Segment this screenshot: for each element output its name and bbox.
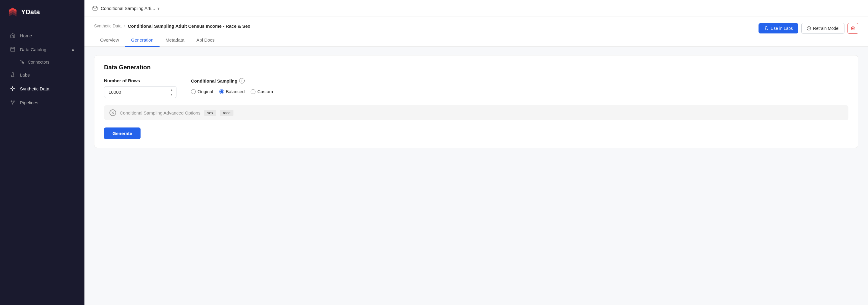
- data-catalog-icon: [10, 46, 16, 53]
- sidebar-item-labs[interactable]: Labs: [2, 68, 82, 81]
- header-actions: Use in Labs Retrain Model: [758, 23, 858, 34]
- page-content: Data Generation Number of Rows ▲ ▼: [85, 47, 868, 157]
- number-of-rows-label: Number of Rows: [104, 78, 177, 83]
- svg-point-0: [10, 47, 15, 49]
- conditional-sampling-label: Conditional Sampling i: [191, 78, 273, 83]
- data-generation-title: Data Generation: [104, 64, 848, 71]
- main-content: Conditional Sampling Arti... ▾ Synthetic…: [85, 0, 868, 305]
- data-catalog-expand-icon: ▲: [71, 47, 75, 52]
- advanced-options-label: Conditional Sampling Advanced Options: [120, 110, 200, 115]
- header-row: Synthetic Data › Conditional Sampling Ad…: [94, 23, 858, 34]
- generate-button[interactable]: Generate: [104, 128, 141, 139]
- cube-icon: [92, 5, 98, 12]
- close-x-icon: [111, 111, 115, 114]
- sidebar-item-pipelines[interactable]: Pipelines: [2, 96, 82, 109]
- labs-button-icon: [764, 26, 769, 31]
- spinner-down-button[interactable]: ▼: [169, 93, 174, 96]
- form-row: Number of Rows ▲ ▼ Conditional Sampling …: [104, 78, 848, 98]
- radio-original-label: Original: [197, 89, 213, 94]
- data-generation-card: Data Generation Number of Rows ▲ ▼: [94, 55, 858, 148]
- svg-point-4: [10, 88, 11, 89]
- breadcrumb: Synthetic Data › Conditional Sampling Ad…: [94, 24, 250, 29]
- conditional-sampling-group: Conditional Sampling i Original Balanced: [191, 78, 273, 94]
- topbar-chevron-icon[interactable]: ▾: [157, 6, 159, 11]
- tabs-row: Overview Generation Metadata Api Docs: [94, 34, 858, 46]
- breadcrumb-current-page: Conditional Sampling Adult Census Income…: [128, 24, 250, 29]
- topbar-title: Conditional Sampling Arti...: [101, 6, 155, 11]
- retrain-icon: [806, 26, 811, 31]
- retrain-model-label: Retrain Model: [813, 26, 839, 31]
- sidebar-item-home-label: Home: [20, 33, 32, 38]
- home-icon: [10, 33, 16, 39]
- sidebar-item-connectors[interactable]: Connectors: [18, 57, 85, 68]
- tab-api-docs[interactable]: Api Docs: [190, 34, 220, 47]
- input-spinners: ▲ ▼: [169, 88, 174, 96]
- number-of-rows-input[interactable]: [104, 86, 177, 98]
- retrain-model-button[interactable]: Retrain Model: [801, 23, 844, 34]
- advanced-options-row: Conditional Sampling Advanced Options se…: [104, 105, 848, 120]
- sidebar: YData Home Data Catalog ▲: [0, 0, 85, 305]
- sidebar-item-data-catalog-label: Data Catalog: [20, 47, 46, 52]
- delete-button[interactable]: [847, 23, 858, 34]
- synthetic-data-icon: [10, 86, 16, 92]
- pipelines-icon: [10, 99, 16, 105]
- tag-race[interactable]: race: [220, 110, 234, 116]
- connectors-icon: [20, 60, 25, 65]
- svg-point-12: [11, 101, 12, 102]
- sidebar-item-data-catalog[interactable]: Data Catalog ▲: [2, 43, 82, 56]
- sidebar-logo: YData: [0, 0, 85, 24]
- sidebar-submenu-data-catalog: Connectors: [0, 57, 85, 68]
- radio-balanced-input[interactable]: [219, 89, 224, 94]
- close-advanced-options-button[interactable]: [110, 109, 116, 116]
- radio-custom-input[interactable]: [251, 89, 255, 94]
- delete-icon: [850, 26, 855, 31]
- logo-text: YData: [21, 8, 40, 16]
- number-of-rows-group: Number of Rows ▲ ▼: [104, 78, 177, 98]
- info-icon[interactable]: i: [239, 78, 245, 83]
- sidebar-item-labs-label: Labs: [20, 72, 30, 77]
- svg-point-6: [14, 88, 15, 89]
- tab-overview[interactable]: Overview: [94, 34, 125, 47]
- sidebar-item-home[interactable]: Home: [2, 29, 82, 42]
- svg-point-13: [13, 101, 14, 102]
- svg-point-5: [12, 87, 13, 88]
- spinner-up-button[interactable]: ▲: [169, 88, 174, 92]
- use-in-labs-button[interactable]: Use in Labs: [758, 23, 798, 33]
- radio-original[interactable]: Original: [191, 89, 213, 94]
- radio-balanced-label: Balanced: [226, 89, 245, 94]
- tag-sex[interactable]: sex: [204, 110, 216, 116]
- sidebar-item-connectors-label: Connectors: [28, 60, 50, 65]
- sidebar-item-pipelines-label: Pipelines: [20, 100, 38, 105]
- breadcrumb-separator: ›: [124, 24, 125, 28]
- breadcrumb-synthetic-data[interactable]: Synthetic Data: [94, 24, 122, 28]
- svg-line-16: [11, 102, 13, 103]
- tab-generation[interactable]: Generation: [125, 34, 159, 47]
- page-header: Synthetic Data › Conditional Sampling Ad…: [85, 17, 868, 47]
- radio-custom-label: Custom: [257, 89, 273, 94]
- radio-original-input[interactable]: [191, 89, 196, 94]
- sidebar-item-synthetic-data[interactable]: Synthetic Data: [2, 82, 82, 95]
- sidebar-item-synthetic-data-label: Synthetic Data: [20, 86, 50, 91]
- labs-icon: [10, 72, 16, 78]
- use-in-labs-label: Use in Labs: [771, 26, 793, 31]
- svg-point-14: [12, 103, 13, 104]
- svg-point-2: [22, 62, 24, 63]
- topbar: Conditional Sampling Arti... ▾: [85, 0, 868, 17]
- svg-line-17: [13, 102, 14, 103]
- radio-custom[interactable]: Custom: [251, 89, 273, 94]
- number-of-rows-input-wrap: ▲ ▼: [104, 86, 177, 98]
- tab-metadata[interactable]: Metadata: [159, 34, 191, 47]
- svg-point-7: [12, 90, 13, 91]
- radio-balanced[interactable]: Balanced: [219, 89, 245, 94]
- radio-group: Original Balanced Custom: [191, 87, 273, 94]
- ydata-logo-icon: [7, 7, 18, 18]
- sidebar-nav: Home Data Catalog ▲: [0, 24, 85, 114]
- svg-point-1: [21, 61, 22, 62]
